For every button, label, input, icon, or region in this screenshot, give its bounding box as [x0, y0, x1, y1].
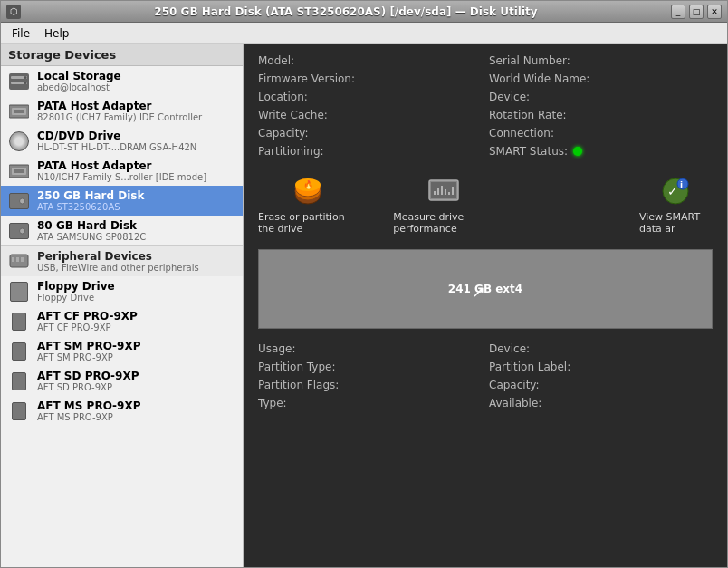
usage-row: Usage:	[258, 340, 482, 358]
erase-button[interactable]: 🔥 Erase or partition the drive	[258, 175, 357, 235]
serial-row: Serial Number:	[489, 52, 713, 70]
measure-button[interactable]: Measure drive performance	[393, 175, 494, 235]
adapter2-icon	[8, 160, 30, 182]
aft-cf-text: AFT CF PRO-9XP AFT CF PRO-9XP	[37, 310, 138, 332]
sd-card3-icon	[8, 371, 30, 392]
menu-file[interactable]: File	[5, 25, 37, 42]
sd-card4-icon	[8, 400, 30, 422]
device2-row: Device:	[489, 340, 713, 358]
partition-label-row: Partition Label:	[489, 358, 713, 376]
partition-type-label: Partition Type:	[258, 361, 335, 373]
aft-ms-text: AFT MS PRO-9XP AFT MS PRO-9XP	[37, 400, 140, 422]
pata1-text: PATA Host Adapter 82801G (ICH7 Family) I…	[37, 100, 202, 122]
floppy-icon	[8, 281, 30, 303]
sidebar-item-local-storage[interactable]: Local Storage abed@localhost	[1, 66, 243, 96]
aft-sm-text: AFT SM PRO-9XP AFT SM PRO-9XP	[37, 340, 140, 362]
svg-rect-13	[16, 257, 19, 262]
window-controls: _ □ ✕	[671, 5, 722, 19]
partition-block: 241 GB ext4 ↗	[259, 250, 712, 328]
main-content: Storage Devices Local Storage abed@local…	[1, 44, 727, 567]
menubar: File Help	[1, 23, 727, 44]
model-row: Model:	[258, 52, 482, 70]
optical-drive-icon	[8, 130, 30, 152]
available-label: Available:	[489, 397, 541, 409]
device-label: Device:	[489, 91, 530, 103]
smart-label: SMART Status:	[489, 145, 568, 158]
erase-icon: 🔥	[292, 175, 324, 207]
svg-point-3	[24, 76, 27, 79]
capacity-label: Capacity:	[258, 127, 309, 140]
smart-label: View SMART data ar	[639, 211, 713, 235]
aft-sd-text: AFT SD PRO-9XP AFT SD PRO-9XP	[37, 370, 139, 392]
local-storage-text: Local Storage abed@localhost	[37, 70, 121, 92]
cddvd-text: CD/DVD Drive HL-DT-ST HL-DT-...DRAM GSA-…	[37, 130, 196, 152]
location-label: Location:	[258, 91, 308, 103]
hdd80-icon	[8, 220, 30, 242]
sidebar-item-aft-sm[interactable]: AFT SM PRO-9XP AFT SM PRO-9XP	[1, 336, 243, 366]
type-row: Type:	[258, 394, 482, 412]
menu-help[interactable]: Help	[37, 25, 76, 42]
app-icon: ⬡	[6, 5, 21, 19]
sidebar-item-cddvd[interactable]: CD/DVD Drive HL-DT-ST HL-DT-...DRAM GSA-…	[1, 126, 243, 156]
application-window: ⬡ 250 GB Hard Disk (ATA ST3250620AS) [/d…	[0, 0, 728, 568]
bottom-right: Device: Partition Label: Capacity: Avail…	[489, 340, 713, 412]
sidebar: Storage Devices Local Storage abed@local…	[1, 44, 244, 567]
info-right: Serial Number: World Wide Name: Device: …	[489, 52, 713, 160]
sidebar-item-hdd250[interactable]: 250 GB Hard Disk ATA ST3250620AS	[1, 186, 243, 216]
write-cache-label: Write Cache:	[258, 109, 328, 121]
smart-row: SMART Status:	[489, 142, 713, 160]
close-button[interactable]: ✕	[707, 5, 722, 19]
svg-rect-10	[14, 169, 24, 173]
location-row: Location:	[258, 88, 482, 106]
hdd250-text: 250 GB Hard Disk ATA ST3250620AS	[37, 189, 144, 212]
disk-info-grid: Model: Firmware Version: Location: Write…	[244, 44, 727, 168]
smart-status-indicator	[573, 147, 582, 156]
sidebar-item-hdd80[interactable]: 80 GB Hard Disk ATA SAMSUNG SP0812C	[1, 216, 243, 245]
svg-rect-14	[21, 257, 24, 262]
peripheral-header-text: Peripheral Devices USB, FireWire and oth…	[37, 250, 199, 273]
model-label: Model:	[258, 54, 294, 67]
sidebar-item-pata2[interactable]: PATA Host Adapter N10/ICH7 Family S...ro…	[1, 156, 243, 186]
available-row: Available:	[489, 394, 713, 412]
erase-label: Erase or partition the drive	[258, 211, 357, 235]
sidebar-item-pata1[interactable]: PATA Host Adapter 82801G (ICH7 Family) I…	[1, 96, 243, 126]
action-buttons: 🔥 Erase or partition the drive	[244, 168, 727, 242]
connection-label: Connection:	[489, 127, 554, 140]
smart-icon: ✓ i	[659, 175, 692, 207]
sd-card-icon	[8, 311, 30, 332]
svg-rect-7	[14, 110, 24, 113]
firmware-label: Firmware Version:	[258, 72, 355, 85]
capacity2-label: Capacity:	[489, 379, 540, 391]
connection-row: Connection:	[489, 124, 713, 142]
rotation-row: Rotation Rate:	[489, 106, 713, 124]
adapter-icon	[8, 101, 30, 122]
sd-card2-icon	[8, 341, 30, 362]
device2-label: Device:	[489, 342, 530, 355]
bottom-left: Usage: Partition Type: Partition Flags: …	[258, 340, 482, 412]
minimize-button[interactable]: _	[671, 5, 685, 19]
hdd250-icon	[8, 190, 30, 212]
usb-hub-icon	[8, 251, 30, 273]
floppy-text: Floppy Drive Floppy Drive	[37, 280, 115, 303]
svg-text:i: i	[680, 180, 683, 189]
sidebar-item-floppy[interactable]: Floppy Drive Floppy Drive	[1, 276, 243, 306]
wwn-row: World Wide Name:	[489, 70, 713, 88]
sidebar-item-aft-cf[interactable]: AFT CF PRO-9XP AFT CF PRO-9XP	[1, 306, 243, 336]
maximize-button[interactable]: □	[689, 5, 704, 19]
usage-label: Usage:	[258, 342, 295, 355]
device-row: Device:	[489, 88, 713, 106]
rotation-label: Rotation Rate:	[489, 109, 567, 121]
pata2-text: PATA Host Adapter N10/ICH7 Family S...ro…	[37, 159, 206, 182]
partition-flags-label: Partition Flags:	[258, 379, 339, 391]
partitioning-label: Partitioning:	[258, 145, 324, 158]
svg-text:🔥: 🔥	[303, 179, 314, 190]
window-title: 250 GB Hard Disk (ATA ST3250620AS) [/dev…	[21, 5, 671, 18]
storage-devices-header: Storage Devices	[1, 44, 243, 66]
svg-point-4	[24, 82, 27, 84]
smart-button[interactable]: ✓ i View SMART data ar	[639, 175, 713, 235]
info-left: Model: Firmware Version: Location: Write…	[258, 52, 482, 160]
capacity-row: Capacity:	[258, 124, 482, 142]
sidebar-item-aft-ms[interactable]: AFT MS PRO-9XP AFT MS PRO-9XP	[1, 396, 243, 426]
sidebar-item-aft-sd[interactable]: AFT SD PRO-9XP AFT SD PRO-9XP	[1, 366, 243, 396]
partition-visualization[interactable]: 241 GB ext4 ↗	[258, 249, 713, 329]
